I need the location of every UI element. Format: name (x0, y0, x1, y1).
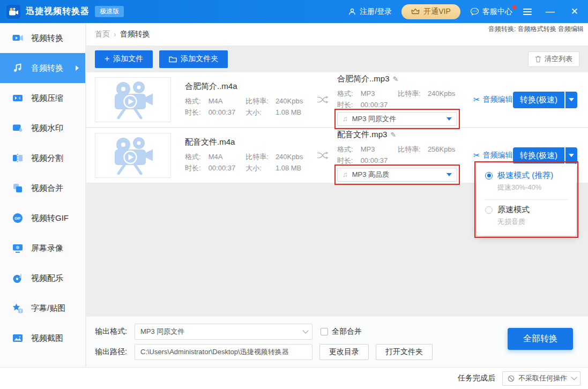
edit-pencil-icon[interactable]: ✎ (393, 75, 399, 83)
sidebar-label: 视频分割 (31, 153, 63, 163)
sidebar: 视频转换 音频转换 视频压缩 视频水印 (0, 23, 86, 367)
screen-record-icon (12, 242, 24, 254)
output-preset-select[interactable]: ♫ MP3 高品质 (337, 168, 457, 182)
duration-value: 00:00:37 (209, 107, 244, 118)
mode-option-desc: 无损音质 (485, 217, 568, 227)
sidebar-item-video-convert[interactable]: 视频转换 (0, 23, 85, 53)
svg-text:GIF: GIF (14, 216, 21, 220)
output-preset-select[interactable]: ♫ MP3 同原文件 (337, 112, 457, 126)
edit-pencil-icon[interactable]: ✎ (390, 131, 396, 139)
menu-divider (484, 199, 569, 200)
size-label: 大小: (245, 162, 273, 174)
add-file-label: 添加文件 (113, 54, 143, 64)
mode-option-fast[interactable]: 极速模式 (推荐) 提速30%-40% (477, 169, 576, 196)
audio-edit-link[interactable]: ✂ 音频编辑 (473, 151, 513, 160)
video-compress-icon (12, 92, 24, 104)
convert-mode-caret[interactable] (565, 147, 577, 164)
chat-icon (470, 8, 479, 16)
music-note-icon: ♫ (343, 115, 348, 123)
bitrate-label: 比特率: (398, 144, 426, 155)
duration-value: 00:00:37 (209, 162, 244, 174)
open-folder-button[interactable]: 打开文件夹 (376, 344, 433, 360)
support-button[interactable]: 客服中心 (470, 7, 512, 17)
dropdown-caret-icon (446, 173, 452, 176)
duration-value: 00:00:37 (361, 155, 396, 166)
convert-mode-caret[interactable] (565, 92, 577, 108)
menu-icon[interactable] (522, 6, 533, 17)
video-merge-icon (12, 182, 24, 194)
plus-icon: + (105, 55, 109, 63)
video-watermark-icon (12, 122, 24, 134)
audio-convert-icon (12, 62, 24, 74)
audio-edit-label: 音频编辑 (483, 95, 513, 104)
close-button[interactable]: ✕ (568, 5, 582, 18)
checkbox-icon[interactable] (321, 328, 328, 335)
file-thumbnail (95, 133, 171, 178)
sidebar-item-audio-convert[interactable]: 音频转换 (0, 53, 85, 83)
radio-unselected-icon[interactable] (485, 206, 493, 214)
support-label: 客服中心 (482, 7, 512, 17)
change-dir-button[interactable]: 更改目录 (319, 344, 369, 360)
sidebar-item-video-music[interactable]: 视频配乐 (0, 263, 85, 293)
merge-all-checkbox[interactable]: 全部合并 (321, 327, 362, 336)
speed-mode-menu: 极速模式 (推荐) 提速30%-40% 原速模式 无损音质 (477, 163, 576, 236)
sidebar-item-video-split[interactable]: 视频分割 (0, 143, 85, 173)
main-area: 首页 › 音频转换 音频转换: 音频格式转换 音频编辑 + 添加文件 添加文件夹… (86, 23, 588, 367)
convert-button[interactable]: 转换(极速) (513, 92, 564, 108)
bitrate-value: 240Kpbs (276, 97, 303, 105)
clear-list-button[interactable]: 清空列表 (528, 51, 579, 67)
sidebar-item-video-to-gif[interactable]: GIF 视频转GIF (0, 203, 85, 233)
sidebar-label: 视频配乐 (31, 273, 63, 283)
minimize-button[interactable]: — (542, 5, 558, 18)
target-filename: 配音文件.mp3 (337, 130, 387, 140)
output-format-value: MP3 同原文件 (140, 327, 184, 336)
output-format-select[interactable]: MP3 同原文件 (135, 324, 312, 340)
scissors-icon: ✂ (473, 95, 480, 104)
source-filename: 配音文件.m4a (185, 137, 308, 147)
output-path-input[interactable] (135, 344, 312, 360)
login-label: 注册/登录 (360, 7, 392, 17)
shuffle-icon (317, 95, 329, 104)
folder-icon (169, 56, 177, 63)
convert-button-group: 转换(极速) (513, 92, 577, 108)
bitrate-value: 240Kpbs (428, 89, 455, 98)
breadcrumb-current: 音频转换 (120, 29, 150, 39)
after-task-select[interactable]: 不采取任何操作 (502, 371, 580, 386)
convert-button[interactable]: 转换(极速) (513, 147, 564, 164)
sidebar-item-video-compress[interactable]: 视频压缩 (0, 83, 85, 113)
audio-edit-link[interactable]: ✂ 音频编辑 (473, 95, 513, 104)
mode-option-normal[interactable]: 原速模式 无损音质 (477, 204, 576, 230)
breadcrumb-separator: › (114, 30, 116, 39)
add-folder-button[interactable]: 添加文件夹 (159, 50, 228, 68)
duration-label: 时长: (185, 162, 206, 174)
breadcrumb-home[interactable]: 首页 (95, 29, 110, 39)
format-value: M4A (209, 95, 244, 107)
vip-button[interactable]: 开通VIP (401, 4, 460, 19)
sidebar-item-screen-record[interactable]: 屏幕录像 (0, 233, 85, 263)
size-label: 大小: (245, 107, 273, 118)
radio-selected-icon[interactable] (485, 172, 493, 179)
edition-badge: 极速版 (95, 6, 124, 17)
format-label: 格式: (185, 151, 206, 162)
size-value: 1.08 MB (276, 108, 301, 116)
sidebar-item-video-watermark[interactable]: 视频水印 (0, 113, 85, 143)
duration-value: 00:00:37 (361, 99, 396, 110)
sidebar-label: 视频合并 (31, 183, 63, 193)
video-convert-icon (12, 32, 24, 44)
target-info: 合肥简介..mp3 ✎ 格式: MP3 比特率: 240Kpbs 时长: 00:… (337, 74, 467, 126)
sidebar-label: 屏幕录像 (31, 243, 63, 253)
login-button[interactable]: 注册/登录 (348, 7, 392, 17)
video-screenshot-icon (12, 332, 24, 344)
scissors-icon: ✂ (473, 151, 480, 160)
add-file-button[interactable]: + 添加文件 (95, 50, 153, 68)
sidebar-label: 音频转换 (31, 63, 63, 73)
format-value: M4A (209, 151, 244, 162)
chevron-down-icon (571, 374, 577, 380)
bitrate-label: 比特率: (398, 88, 426, 99)
sidebar-item-subtitle-sticker[interactable]: T 字幕/贴图 (0, 293, 85, 323)
sidebar-item-video-screenshot[interactable]: 视频截图 (0, 323, 85, 353)
sidebar-item-video-merge[interactable]: 视频合并 (0, 173, 85, 203)
mode-option-label: 极速模式 (推荐) (497, 170, 553, 181)
submenu-arrow-icon (76, 65, 79, 71)
convert-all-button[interactable]: 全部转换 (508, 328, 573, 350)
